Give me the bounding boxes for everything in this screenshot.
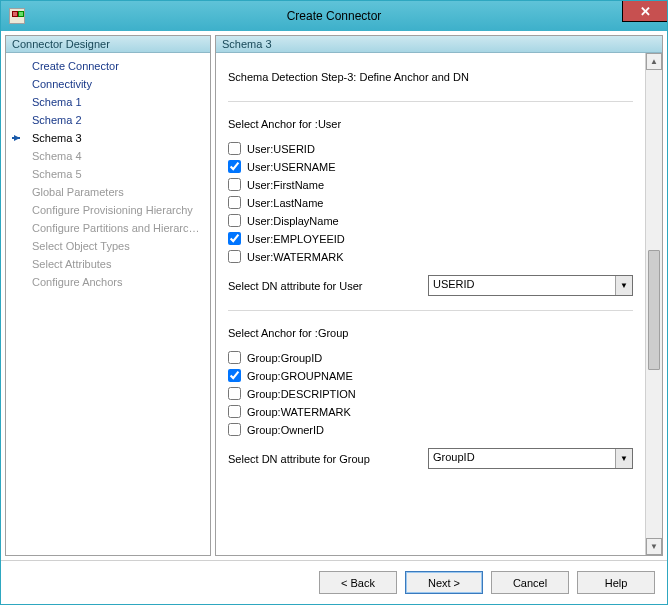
group-dn-label: Select DN attribute for Group bbox=[228, 453, 420, 465]
group-anchor-label: Select Anchor for :Group bbox=[228, 327, 633, 339]
user-anchor-checkboxes: User:USERIDUser:USERNAMEUser:FirstNameUs… bbox=[228, 142, 633, 263]
sidebar-item-global-parameters: Global Parameters bbox=[8, 183, 208, 201]
user-anchor-checkbox-row[interactable]: User:DisplayName bbox=[228, 214, 633, 227]
user-anchor-checkbox-label: User:EMPLOYEEID bbox=[247, 233, 345, 245]
step-title: Schema Detection Step-3: Define Anchor a… bbox=[228, 71, 633, 83]
user-anchor-checkbox-label: User:USERID bbox=[247, 143, 315, 155]
body: Connector Designer Create ConnectorConne… bbox=[1, 31, 667, 560]
chevron-down-icon[interactable]: ▼ bbox=[615, 276, 632, 295]
group-anchor-checkbox[interactable] bbox=[228, 351, 241, 364]
sidebar-item-connectivity[interactable]: Connectivity bbox=[8, 75, 208, 93]
sidebar-item-label: Global Parameters bbox=[32, 186, 124, 198]
user-anchor-checkbox[interactable] bbox=[228, 160, 241, 173]
sidebar-item-schema-3[interactable]: Schema 3 bbox=[8, 129, 208, 147]
group-anchor-checkbox-label: Group:OwnerID bbox=[247, 424, 324, 436]
group-dn-combo[interactable]: GroupID ▼ bbox=[428, 448, 633, 469]
group-anchor-checkbox[interactable] bbox=[228, 369, 241, 382]
sidebar-item-label: Connectivity bbox=[32, 78, 92, 90]
group-anchor-checkbox[interactable] bbox=[228, 387, 241, 400]
user-anchor-checkbox-label: User:LastName bbox=[247, 197, 323, 209]
sidebar-item-schema-2[interactable]: Schema 2 bbox=[8, 111, 208, 129]
group-anchor-checkbox-label: Group:WATERMARK bbox=[247, 406, 351, 418]
sidebar-item-label: Configure Provisioning Hierarchy bbox=[32, 204, 193, 216]
scroll-down-button[interactable]: ▼ bbox=[646, 538, 662, 555]
sidebar-header: Connector Designer bbox=[6, 36, 210, 53]
scroll-track[interactable] bbox=[646, 70, 662, 538]
sidebar-item-label: Select Object Types bbox=[32, 240, 130, 252]
sidebar-item-label: Schema 5 bbox=[32, 168, 82, 180]
group-anchor-checkbox[interactable] bbox=[228, 405, 241, 418]
user-anchor-checkbox-label: User:USERNAME bbox=[247, 161, 336, 173]
group-anchor-checkbox-row[interactable]: Group:DESCRIPTION bbox=[228, 387, 633, 400]
group-dn-value: GroupID bbox=[429, 449, 615, 468]
scroll-up-button[interactable]: ▲ bbox=[646, 53, 662, 70]
chevron-down-icon[interactable]: ▼ bbox=[615, 449, 632, 468]
user-anchor-checkbox-row[interactable]: User:USERID bbox=[228, 142, 633, 155]
close-button[interactable]: ✕ bbox=[622, 1, 667, 22]
sidebar-item-create-connector[interactable]: Create Connector bbox=[8, 57, 208, 75]
sidebar-item-label: Select Attributes bbox=[32, 258, 112, 270]
sidebar-item-label: Schema 4 bbox=[32, 150, 82, 162]
group-anchor-checkbox[interactable] bbox=[228, 423, 241, 436]
sidebar-item-label: Configure Anchors bbox=[32, 276, 123, 288]
group-anchor-checkbox-row[interactable]: Group:OwnerID bbox=[228, 423, 633, 436]
cancel-button[interactable]: Cancel bbox=[491, 571, 569, 594]
user-anchor-label: Select Anchor for :User bbox=[228, 118, 633, 130]
separator bbox=[228, 101, 633, 102]
group-anchor-checkbox-row[interactable]: Group:GroupID bbox=[228, 351, 633, 364]
user-anchor-checkbox[interactable] bbox=[228, 142, 241, 155]
group-anchor-checkbox-label: Group:DESCRIPTION bbox=[247, 388, 356, 400]
sidebar-item-label: Schema 1 bbox=[32, 96, 82, 108]
user-anchor-checkbox[interactable] bbox=[228, 196, 241, 209]
close-icon: ✕ bbox=[640, 4, 651, 19]
user-dn-value: USERID bbox=[429, 276, 615, 295]
footer: < Back Next > Cancel Help bbox=[1, 560, 667, 604]
window: Create Connector ✕ Connector Designer Cr… bbox=[0, 0, 668, 605]
user-anchor-checkbox-row[interactable]: User:WATERMARK bbox=[228, 250, 633, 263]
sidebar-item-configure-provisioning-hierarchy: Configure Provisioning Hierarchy bbox=[8, 201, 208, 219]
sidebar-item-label: Create Connector bbox=[32, 60, 119, 72]
group-anchor-checkbox-row[interactable]: Group:GROUPNAME bbox=[228, 369, 633, 382]
sidebar-item-select-attributes: Select Attributes bbox=[8, 255, 208, 273]
sidebar-item-configure-partitions-and-hierarchies: Configure Partitions and Hierarchies bbox=[8, 219, 208, 237]
group-anchor-checkbox-label: Group:GroupID bbox=[247, 352, 322, 364]
user-anchor-checkbox[interactable] bbox=[228, 214, 241, 227]
help-button[interactable]: Help bbox=[577, 571, 655, 594]
separator bbox=[228, 310, 633, 311]
main-body-wrap: Schema Detection Step-3: Define Anchor a… bbox=[216, 53, 662, 555]
user-anchor-checkbox[interactable] bbox=[228, 232, 241, 245]
group-anchor-checkboxes: Group:GroupIDGroup:GROUPNAMEGroup:DESCRI… bbox=[228, 351, 633, 436]
user-anchor-checkbox-row[interactable]: User:LastName bbox=[228, 196, 633, 209]
back-button[interactable]: < Back bbox=[319, 571, 397, 594]
user-anchor-checkbox[interactable] bbox=[228, 250, 241, 263]
sidebar-item-schema-4: Schema 4 bbox=[8, 147, 208, 165]
vertical-scrollbar[interactable]: ▲ ▼ bbox=[645, 53, 662, 555]
user-dn-label: Select DN attribute for User bbox=[228, 280, 420, 292]
window-title: Create Connector bbox=[1, 9, 667, 23]
user-anchor-checkbox-row[interactable]: User:EMPLOYEEID bbox=[228, 232, 633, 245]
sidebar-item-label: Schema 2 bbox=[32, 114, 82, 126]
group-dn-row: Select DN attribute for Group GroupID ▼ bbox=[228, 448, 633, 469]
next-button[interactable]: Next > bbox=[405, 571, 483, 594]
group-anchor-checkbox-row[interactable]: Group:WATERMARK bbox=[228, 405, 633, 418]
user-anchor-checkbox-label: User:DisplayName bbox=[247, 215, 339, 227]
sidebar: Connector Designer Create ConnectorConne… bbox=[5, 35, 211, 556]
sidebar-item-schema-1[interactable]: Schema 1 bbox=[8, 93, 208, 111]
sidebar-item-label: Schema 3 bbox=[32, 132, 82, 144]
sidebar-item-label: Configure Partitions and Hierarchies bbox=[32, 222, 208, 234]
user-anchor-checkbox-row[interactable]: User:USERNAME bbox=[228, 160, 633, 173]
scroll-thumb[interactable] bbox=[648, 250, 660, 370]
user-anchor-checkbox-label: User:WATERMARK bbox=[247, 251, 344, 263]
main-content: Schema Detection Step-3: Define Anchor a… bbox=[216, 53, 645, 555]
group-anchor-checkbox-label: Group:GROUPNAME bbox=[247, 370, 353, 382]
sidebar-nav: Create ConnectorConnectivitySchema 1Sche… bbox=[6, 53, 210, 555]
user-anchor-checkbox[interactable] bbox=[228, 178, 241, 191]
main-panel: Schema 3 Schema Detection Step-3: Define… bbox=[215, 35, 663, 556]
user-dn-row: Select DN attribute for User USERID ▼ bbox=[228, 275, 633, 296]
titlebar[interactable]: Create Connector ✕ bbox=[1, 1, 667, 31]
user-anchor-checkbox-label: User:FirstName bbox=[247, 179, 324, 191]
user-dn-combo[interactable]: USERID ▼ bbox=[428, 275, 633, 296]
user-anchor-checkbox-row[interactable]: User:FirstName bbox=[228, 178, 633, 191]
sidebar-item-configure-anchors: Configure Anchors bbox=[8, 273, 208, 291]
main-header: Schema 3 bbox=[216, 36, 662, 53]
